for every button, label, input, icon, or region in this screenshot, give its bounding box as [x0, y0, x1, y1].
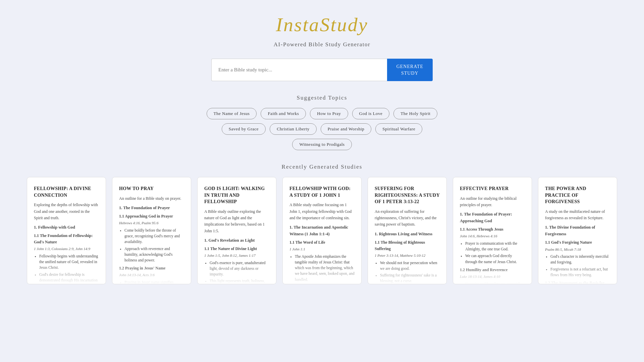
- topic-chip-0[interactable]: The Name of Jesus: [207, 108, 257, 119]
- card-fade-2: [198, 264, 276, 284]
- card-bullets-5-0: Prayer is communication with the Almight…: [465, 241, 525, 265]
- study-card-3[interactable]: Fellowship with God: A Study of 1 John 1…: [282, 177, 362, 284]
- card-fade-3: [283, 264, 361, 284]
- search-input[interactable]: [211, 59, 387, 81]
- card-verse-1-0: Hebrews 4:16, Psalm 95:6: [119, 220, 184, 226]
- card-intro-0: Exploring the depths of fellowship with …: [34, 202, 99, 221]
- card-intro-1: An outline for a Bible study on prayer.: [119, 195, 184, 202]
- topic-chip-2[interactable]: How to Pray: [310, 108, 348, 119]
- card-sub-1-0: 1.1 Approaching God in Prayer: [119, 213, 184, 220]
- card-sub-0-0: 1.1 The Foundation of Fellowship: God's …: [34, 233, 99, 245]
- card-fade-0: [27, 264, 106, 284]
- card-verse-5-0: John 14:6, Hebrews 4:16: [460, 233, 525, 239]
- card-intro-6: A study on the multifaceted nature of fo…: [545, 208, 610, 221]
- card-section-2-0: 1. God's Revelation as Light: [204, 237, 269, 244]
- app-title: InstaStudy: [276, 13, 368, 36]
- card-fade-5: [453, 264, 532, 284]
- card-fade-1: [112, 264, 191, 284]
- card-fade-4: [368, 264, 446, 284]
- card-section-3-0: 1. The Incarnation and Apostolic Witness…: [289, 224, 355, 237]
- topic-chip-1[interactable]: Faith and Works: [261, 108, 306, 119]
- card-sub-3-0: 1.1 The Word of Life: [289, 239, 355, 246]
- card-title-2: God is Light: Walking in Truth and Fello…: [204, 185, 269, 205]
- topic-chip-6[interactable]: Christian Liberty: [270, 123, 317, 135]
- topics-row-1: The Name of Jesus Faith and Works How to…: [207, 108, 438, 119]
- card-bullet-1-0-0: Come boldly before the throne of grace, …: [124, 228, 184, 245]
- card-verse-3-0: 1 John 1:1: [289, 246, 355, 252]
- study-card-1[interactable]: How to Pray An outline for a Bible study…: [112, 177, 191, 284]
- card-verse-2-0: 1 John 1:5, John 8:12, James 1:17: [204, 253, 269, 259]
- card-title-3: Fellowship with God: A Study of 1 John 1: [289, 185, 355, 198]
- card-section-5-0: 1. The Foundation of Prayer: Approaching…: [460, 211, 525, 224]
- card-title-5: Effective Prayer: [460, 185, 525, 192]
- card-bullet-1-0-1: Approach with reverence and humility, ac…: [124, 246, 184, 263]
- topics-row-3: Witnessing to Prodigals: [292, 139, 352, 150]
- card-verse-6-0: Psalm 86:5, Micah 7:18: [545, 247, 610, 253]
- card-section-4-0: 1. Righteous Living and Witness: [375, 231, 440, 237]
- card-sub-2-0: 1.1 The Nature of Divine Light: [204, 246, 269, 252]
- suggested-topics-label: Suggested Topics: [297, 95, 347, 101]
- study-card-0[interactable]: Fellowship: A Divine Connection Explorin…: [27, 177, 106, 284]
- topic-chip-4[interactable]: The Holy Spirit: [393, 108, 437, 119]
- cards-row: Fellowship: A Divine Connection Explorin…: [27, 177, 617, 284]
- study-card-2[interactable]: God is Light: Walking in Truth and Fello…: [197, 177, 276, 284]
- card-intro-3: A Bible study outline focusing on 1 John…: [289, 202, 355, 221]
- topic-chip-9[interactable]: Witnessing to Prodigals: [292, 139, 352, 150]
- study-card-6[interactable]: The Power and Practice of Forgiveness A …: [538, 177, 617, 284]
- card-title-6: The Power and Practice of Forgiveness: [545, 185, 610, 205]
- topics-row-2: Saved by Grace Christian Liberty Praise …: [222, 123, 422, 135]
- card-sub-6-0: 1.1 God's Forgiving Nature: [545, 239, 610, 246]
- card-section-0-0: 1. Fellowship with God: [34, 224, 99, 231]
- card-sub-5-0: 1.1 Access Through Jesus: [460, 226, 525, 233]
- card-bullets-1-0: Come boldly before the throne of grace, …: [124, 228, 184, 263]
- recent-section-label: Recently Generated Studies: [282, 164, 363, 170]
- study-card-5[interactable]: Effective Prayer An outline for studying…: [453, 177, 532, 284]
- card-verse-0-0: 1 John 1:3, Colossians 2:9, John 14:9: [34, 246, 99, 252]
- topic-chip-7[interactable]: Praise and Worship: [321, 123, 372, 135]
- card-bullet-5-0-0: Prayer is communication with the Almight…: [465, 241, 525, 252]
- card-verse-4-0: 1 Peter 3:13-14, Matthew 5:10-12: [375, 253, 440, 259]
- search-row: GENERATESTUDY: [211, 59, 433, 81]
- topic-chip-5[interactable]: Saved by Grace: [222, 123, 266, 135]
- topics-container: The Name of Jesus Faith and Works How to…: [207, 108, 438, 150]
- card-bullet-5-0-1: We can approach God directly through the…: [465, 253, 525, 265]
- card-intro-4: An exploration of suffering for righteou…: [375, 208, 440, 228]
- card-title-0: Fellowship: A Divine Connection: [34, 185, 99, 198]
- topic-chip-3[interactable]: God is Love: [352, 108, 390, 119]
- card-title-4: Suffering for Righteousness: A Study of …: [375, 185, 440, 205]
- card-intro-5: An outline for studying the biblical pri…: [460, 195, 525, 208]
- generate-button[interactable]: GENERATESTUDY: [387, 59, 433, 81]
- card-sub-4-0: 1.1 The Blessing of Righteous Suffering: [375, 239, 440, 252]
- card-fade-6: [538, 264, 617, 284]
- study-card-4[interactable]: Suffering for Righteousness: A Study of …: [368, 177, 447, 284]
- card-intro-2: A Bible study outline exploring the natu…: [204, 208, 269, 234]
- topic-chip-8[interactable]: Spiritual Warfare: [375, 123, 422, 135]
- card-section-6-0: 1. The Divine Foundation of Forgiveness: [545, 224, 610, 237]
- app-subtitle: AI-Powered Bible Study Generator: [274, 41, 370, 48]
- card-section-1-0: 1. The Foundation of Prayer: [119, 204, 184, 211]
- card-title-1: How to Pray: [119, 185, 184, 192]
